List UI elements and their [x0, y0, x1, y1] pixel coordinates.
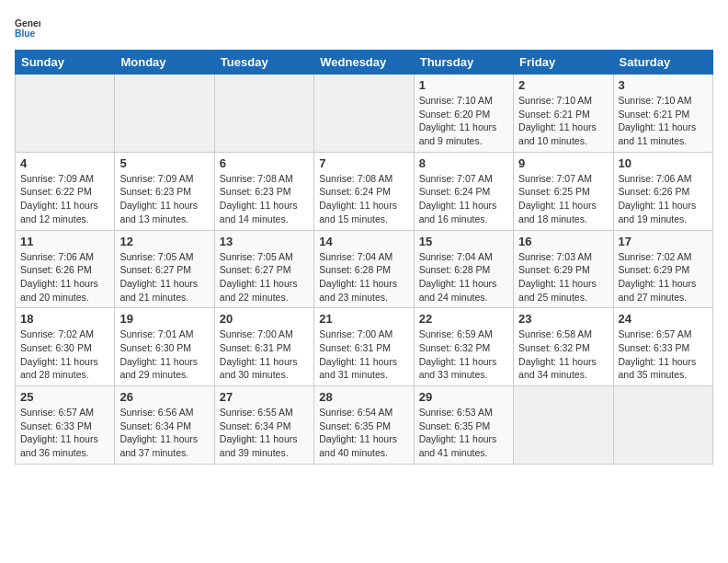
day-info: Sunrise: 6:54 AM Sunset: 6:35 PM Dayligh… [319, 406, 408, 460]
calendar-cell: 20Sunrise: 7:00 AM Sunset: 6:31 PM Dayli… [214, 308, 313, 386]
day-number: 2 [518, 78, 608, 92]
day-info: Sunrise: 7:00 AM Sunset: 6:31 PM Dayligh… [319, 327, 408, 382]
calendar-cell: 22Sunrise: 6:59 AM Sunset: 6:32 PM Dayli… [414, 308, 513, 386]
day-info: Sunrise: 7:06 AM Sunset: 6:26 PM Dayligh… [20, 250, 109, 304]
svg-text:Blue: Blue [15, 29, 36, 39]
week-row-1: 1Sunrise: 7:10 AM Sunset: 6:20 PM Daylig… [16, 75, 713, 153]
calendar-cell: 15Sunrise: 7:04 AM Sunset: 6:28 PM Dayli… [414, 230, 513, 308]
day-number: 26 [119, 390, 209, 404]
day-number: 24 [619, 312, 708, 326]
weekday-header-tuesday: Tuesday [214, 51, 313, 75]
day-info: Sunrise: 7:00 AM Sunset: 6:31 PM Dayligh… [220, 327, 309, 382]
day-info: Sunrise: 6:53 AM Sunset: 6:35 PM Dayligh… [419, 406, 508, 460]
day-number: 1 [419, 78, 508, 92]
day-number: 28 [319, 390, 408, 404]
day-info: Sunrise: 7:01 AM Sunset: 6:30 PM Dayligh… [119, 327, 209, 382]
calendar-cell: 29Sunrise: 6:53 AM Sunset: 6:35 PM Dayli… [414, 386, 513, 465]
week-row-2: 4Sunrise: 7:09 AM Sunset: 6:22 PM Daylig… [16, 152, 713, 230]
calendar-cell [514, 386, 613, 465]
day-info: Sunrise: 7:06 AM Sunset: 6:26 PM Dayligh… [619, 172, 708, 226]
calendar-cell [314, 75, 414, 153]
weekday-header-sunday: Sunday [16, 51, 115, 75]
calendar-cell: 25Sunrise: 6:57 AM Sunset: 6:33 PM Dayli… [16, 386, 115, 465]
day-info: Sunrise: 7:04 AM Sunset: 6:28 PM Dayligh… [319, 250, 408, 304]
day-info: Sunrise: 7:10 AM Sunset: 6:21 PM Dayligh… [619, 94, 708, 148]
calendar-cell: 24Sunrise: 6:57 AM Sunset: 6:33 PM Dayli… [613, 308, 712, 386]
day-info: Sunrise: 6:58 AM Sunset: 6:32 PM Dayligh… [518, 327, 608, 382]
day-number: 17 [619, 235, 708, 248]
calendar-cell: 14Sunrise: 7:04 AM Sunset: 6:28 PM Dayli… [314, 230, 414, 308]
day-info: Sunrise: 7:08 AM Sunset: 6:23 PM Dayligh… [220, 172, 309, 226]
day-number: 21 [319, 312, 408, 326]
day-info: Sunrise: 7:04 AM Sunset: 6:28 PM Dayligh… [419, 250, 508, 304]
logo: General Blue [15, 15, 40, 40]
day-info: Sunrise: 7:08 AM Sunset: 6:24 PM Dayligh… [319, 172, 408, 226]
calendar-cell: 21Sunrise: 7:00 AM Sunset: 6:31 PM Dayli… [314, 308, 414, 386]
weekday-header-wednesday: Wednesday [314, 51, 414, 75]
calendar-cell: 6Sunrise: 7:08 AM Sunset: 6:23 PM Daylig… [214, 152, 313, 230]
day-number: 9 [518, 156, 608, 170]
calendar-cell: 13Sunrise: 7:05 AM Sunset: 6:27 PM Dayli… [214, 230, 313, 308]
day-info: Sunrise: 6:56 AM Sunset: 6:34 PM Dayligh… [119, 406, 209, 460]
calendar-cell [214, 75, 313, 153]
day-info: Sunrise: 7:09 AM Sunset: 6:23 PM Dayligh… [119, 172, 209, 226]
day-info: Sunrise: 7:02 AM Sunset: 6:29 PM Dayligh… [619, 250, 708, 304]
calendar-cell: 4Sunrise: 7:09 AM Sunset: 6:22 PM Daylig… [16, 152, 115, 230]
day-info: Sunrise: 7:10 AM Sunset: 6:21 PM Dayligh… [518, 94, 608, 148]
calendar-cell: 11Sunrise: 7:06 AM Sunset: 6:26 PM Dayli… [16, 230, 115, 308]
weekday-header-thursday: Thursday [414, 51, 513, 75]
day-number: 22 [419, 312, 508, 326]
day-number: 6 [220, 156, 309, 170]
calendar-cell [115, 75, 214, 153]
day-info: Sunrise: 7:05 AM Sunset: 6:27 PM Dayligh… [220, 250, 309, 304]
day-info: Sunrise: 7:07 AM Sunset: 6:25 PM Dayligh… [518, 172, 608, 226]
weekday-header-saturday: Saturday [613, 51, 712, 75]
calendar-cell: 12Sunrise: 7:05 AM Sunset: 6:27 PM Dayli… [115, 230, 214, 308]
calendar-cell: 18Sunrise: 7:02 AM Sunset: 6:30 PM Dayli… [16, 308, 115, 386]
day-number: 15 [419, 235, 508, 248]
calendar-cell: 2Sunrise: 7:10 AM Sunset: 6:21 PM Daylig… [514, 75, 613, 153]
weekday-header-row: SundayMondayTuesdayWednesdayThursdayFrid… [16, 51, 713, 75]
week-row-4: 18Sunrise: 7:02 AM Sunset: 6:30 PM Dayli… [16, 308, 713, 386]
day-number: 7 [319, 156, 408, 170]
day-number: 13 [220, 235, 309, 248]
svg-text:General: General [15, 18, 40, 29]
week-row-5: 25Sunrise: 6:57 AM Sunset: 6:33 PM Dayli… [16, 386, 713, 465]
day-info: Sunrise: 7:02 AM Sunset: 6:30 PM Dayligh… [20, 327, 109, 382]
calendar-cell: 28Sunrise: 6:54 AM Sunset: 6:35 PM Dayli… [314, 386, 414, 465]
day-number: 3 [619, 78, 708, 92]
calendar-cell: 16Sunrise: 7:03 AM Sunset: 6:29 PM Dayli… [514, 230, 613, 308]
day-number: 5 [119, 156, 209, 170]
week-row-3: 11Sunrise: 7:06 AM Sunset: 6:26 PM Dayli… [16, 230, 713, 308]
day-info: Sunrise: 7:03 AM Sunset: 6:29 PM Dayligh… [518, 250, 608, 304]
calendar-cell: 9Sunrise: 7:07 AM Sunset: 6:25 PM Daylig… [514, 152, 613, 230]
day-info: Sunrise: 7:09 AM Sunset: 6:22 PM Dayligh… [20, 172, 109, 226]
day-number: 23 [518, 312, 608, 326]
day-info: Sunrise: 7:07 AM Sunset: 6:24 PM Dayligh… [419, 172, 508, 226]
day-number: 8 [419, 156, 508, 170]
calendar: SundayMondayTuesdayWednesdayThursdayFrid… [15, 50, 713, 465]
calendar-cell: 10Sunrise: 7:06 AM Sunset: 6:26 PM Dayli… [613, 152, 712, 230]
calendar-cell: 26Sunrise: 6:56 AM Sunset: 6:34 PM Dayli… [115, 386, 214, 465]
calendar-cell: 8Sunrise: 7:07 AM Sunset: 6:24 PM Daylig… [414, 152, 513, 230]
day-number: 20 [220, 312, 309, 326]
day-info: Sunrise: 6:57 AM Sunset: 6:33 PM Dayligh… [619, 327, 708, 382]
day-info: Sunrise: 7:05 AM Sunset: 6:27 PM Dayligh… [119, 250, 209, 304]
calendar-cell: 19Sunrise: 7:01 AM Sunset: 6:30 PM Dayli… [115, 308, 214, 386]
day-number: 11 [20, 235, 109, 248]
day-number: 12 [119, 235, 209, 248]
day-number: 25 [20, 390, 109, 404]
calendar-cell [16, 75, 115, 153]
calendar-cell: 27Sunrise: 6:55 AM Sunset: 6:34 PM Dayli… [214, 386, 313, 465]
header: General Blue [15, 15, 713, 40]
calendar-cell [613, 386, 712, 465]
calendar-cell: 3Sunrise: 7:10 AM Sunset: 6:21 PM Daylig… [613, 75, 712, 153]
day-number: 4 [20, 156, 109, 170]
day-info: Sunrise: 6:55 AM Sunset: 6:34 PM Dayligh… [220, 406, 309, 460]
day-number: 18 [20, 312, 109, 326]
day-number: 10 [619, 156, 708, 170]
calendar-cell: 7Sunrise: 7:08 AM Sunset: 6:24 PM Daylig… [314, 152, 414, 230]
weekday-header-monday: Monday [115, 51, 214, 75]
calendar-cell: 1Sunrise: 7:10 AM Sunset: 6:20 PM Daylig… [414, 75, 513, 153]
day-number: 14 [319, 235, 408, 248]
